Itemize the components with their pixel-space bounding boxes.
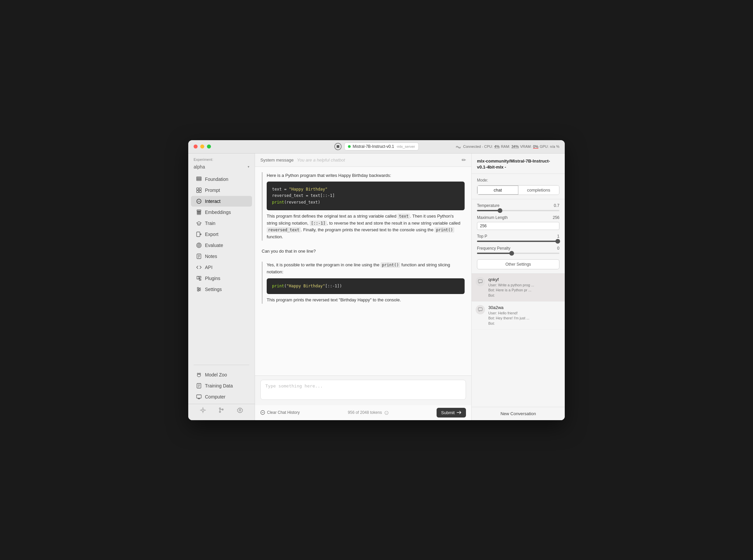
frequency-penalty-param: Frequency Penalty 0 bbox=[477, 246, 559, 254]
conversation-icon-2 bbox=[476, 305, 485, 314]
bot-message-border-2: Yes, it is possible to write the program… bbox=[262, 262, 464, 304]
sidebar-item-plugins[interactable]: Plugins bbox=[191, 273, 252, 284]
temperature-param: Temperature 0.7 bbox=[477, 203, 559, 211]
system-message-bar: System message You are a helpful chatbot… bbox=[255, 154, 471, 167]
max-length-value: 256 bbox=[553, 215, 559, 220]
top-p-label: Top P bbox=[477, 234, 487, 239]
sidebar-item-api-label: API bbox=[205, 265, 213, 270]
user-message-1: Can you do that in one line? bbox=[262, 246, 464, 256]
svg-rect-0 bbox=[197, 180, 201, 181]
sidebar-item-settings-label: Settings bbox=[205, 287, 222, 292]
sidebar-item-training-data[interactable]: Training Data bbox=[191, 380, 252, 391]
bot-message-text-before-2: Yes, it is possible to write the program… bbox=[267, 262, 464, 276]
svg-point-27 bbox=[199, 289, 200, 290]
grid-icon bbox=[196, 187, 202, 193]
info-icon: i bbox=[384, 411, 389, 415]
sidebar-item-foundation[interactable]: Foundation bbox=[191, 174, 252, 184]
conversation-icon-1 bbox=[476, 277, 485, 286]
svg-rect-12 bbox=[197, 212, 201, 212]
svg-point-18 bbox=[199, 245, 200, 246]
conversation-preview-1: User: Write a python prog ... Bot: Here … bbox=[488, 283, 561, 298]
edit-button[interactable]: ✏ bbox=[462, 157, 466, 163]
sidebar-item-embeddings-label: Embeddings bbox=[205, 209, 231, 215]
stop-icon bbox=[337, 145, 339, 148]
document-icon bbox=[196, 383, 202, 388]
svg-text:i: i bbox=[386, 412, 387, 414]
sidebar-item-export[interactable]: Export bbox=[191, 229, 252, 240]
mode-tab-completions[interactable]: completions bbox=[518, 185, 559, 195]
temperature-thumb[interactable] bbox=[498, 208, 502, 213]
sidebar-item-evaluate[interactable]: Evaluate bbox=[191, 240, 252, 251]
bot-message-text-after-2: This program prints the reversed text "B… bbox=[267, 297, 464, 304]
sidebar-item-interact-label: Interact bbox=[205, 199, 221, 204]
top-p-thumb[interactable] bbox=[555, 239, 560, 244]
sidebar-divider bbox=[194, 365, 249, 365]
svg-rect-13 bbox=[197, 213, 201, 214]
mode-section: Mode: chat completions bbox=[472, 174, 565, 199]
clear-icon bbox=[260, 410, 265, 415]
sidebar-item-prompt[interactable]: Prompt bbox=[191, 185, 252, 196]
temperature-value: 0.7 bbox=[554, 203, 559, 208]
sidebar-item-settings[interactable]: Settings bbox=[191, 284, 252, 295]
frequency-penalty-slider[interactable] bbox=[477, 253, 559, 254]
clear-chat-button[interactable]: Clear Chat History bbox=[260, 410, 300, 415]
sidebar-item-computer[interactable]: Computer bbox=[191, 392, 252, 402]
puzzle-icon bbox=[196, 276, 202, 281]
sidebar-item-train[interactable]: Train bbox=[191, 218, 252, 228]
top-p-value: 1 bbox=[557, 234, 559, 239]
svg-rect-4 bbox=[199, 188, 201, 190]
experiment-name: alpha bbox=[194, 164, 205, 169]
sidebar-footer bbox=[188, 404, 255, 416]
svg-point-44 bbox=[219, 408, 221, 409]
sidebar-item-foundation-label: Foundation bbox=[205, 177, 228, 182]
conversation-content-1: qnkyf User: Write a python prog ... Bot:… bbox=[488, 277, 561, 298]
sidebar-bottom: Model Zoo Training Data Computer bbox=[188, 368, 255, 404]
chat-input[interactable] bbox=[260, 380, 466, 400]
sidebar-item-embeddings[interactable]: Embeddings bbox=[191, 207, 252, 218]
sidebar-item-notes[interactable]: Notes bbox=[191, 251, 252, 262]
nav-items: Foundation Prompt Interact bbox=[188, 174, 255, 362]
chat-area: Here is a Python program that writes Hap… bbox=[255, 167, 471, 376]
chat-input-area bbox=[255, 376, 471, 405]
svg-rect-2 bbox=[197, 177, 201, 178]
experiment-select[interactable]: alpha ▾ bbox=[188, 163, 255, 174]
code-block-1: text = "Happy Birthday" reversed_text = … bbox=[267, 182, 464, 210]
branch-icon[interactable] bbox=[218, 407, 225, 414]
mode-label: Mode: bbox=[477, 178, 559, 183]
sidebar-item-api[interactable]: API bbox=[191, 262, 252, 273]
top-p-slider[interactable] bbox=[477, 241, 559, 242]
system-message-placeholder: You are a helpful chatbot bbox=[294, 158, 462, 162]
main-content: Experiment: alpha ▾ Foundation bbox=[188, 154, 565, 420]
frequency-penalty-label: Frequency Penalty bbox=[477, 246, 510, 251]
svg-point-9 bbox=[199, 201, 199, 202]
layers-icon bbox=[196, 177, 202, 182]
dots-grid-icon bbox=[196, 209, 202, 215]
stop-button[interactable] bbox=[334, 143, 342, 150]
mode-tabs: chat completions bbox=[477, 185, 559, 195]
traffic-light-yellow[interactable] bbox=[200, 144, 204, 148]
temperature-slider[interactable] bbox=[477, 210, 559, 211]
svg-rect-5 bbox=[197, 191, 199, 193]
submit-button[interactable]: Submit bbox=[437, 408, 466, 418]
other-settings-button[interactable]: Other Settings bbox=[477, 259, 559, 269]
code-line-4: print("Happy Birthday"[::-1]) bbox=[272, 283, 459, 289]
conversation-item-qnkyf[interactable]: qnkyf User: Write a python prog ... Bot:… bbox=[472, 274, 565, 302]
svg-point-8 bbox=[198, 201, 199, 202]
traffic-light-red[interactable] bbox=[194, 144, 198, 148]
titlebar-stats: Connected - CPU: 4% RAM: 34% VRAM: 0% GP… bbox=[456, 144, 559, 148]
sidebar-item-model-zoo[interactable]: Model Zoo bbox=[191, 369, 252, 380]
conversation-content-2: 30a2wa User: Hello friend! Bot: Hey ther… bbox=[488, 305, 561, 326]
new-conversation-button[interactable]: New Conversation bbox=[472, 407, 565, 420]
top-p-fill bbox=[477, 241, 558, 242]
svg-point-28 bbox=[198, 290, 199, 291]
sun-icon[interactable] bbox=[200, 407, 206, 414]
svg-point-10 bbox=[200, 201, 200, 202]
conversation-item-30a2wa[interactable]: 30a2wa User: Hello friend! Bot: Hey ther… bbox=[472, 302, 565, 330]
frequency-penalty-thumb[interactable] bbox=[509, 251, 514, 256]
mode-tab-chat[interactable]: chat bbox=[477, 185, 518, 195]
sidebar-item-interact[interactable]: Interact bbox=[191, 196, 252, 206]
max-length-input[interactable]: 256 bbox=[477, 222, 559, 230]
traffic-light-green[interactable] bbox=[207, 144, 211, 148]
bot-message-text-after-1: This program first defines the original … bbox=[267, 213, 464, 241]
gear-icon[interactable] bbox=[237, 407, 243, 414]
